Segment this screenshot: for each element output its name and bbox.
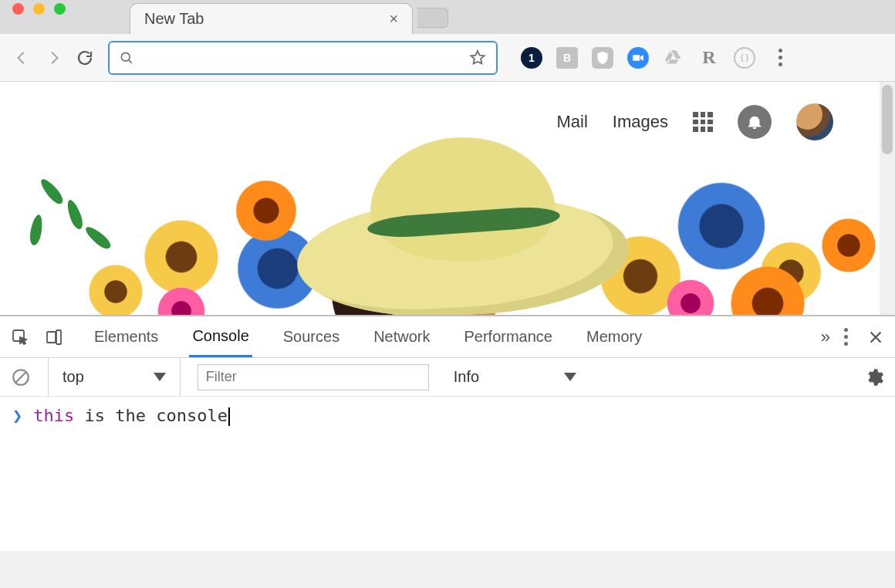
extension-shield-icon[interactable] xyxy=(592,47,613,69)
notifications-bell-icon[interactable] xyxy=(738,105,772,139)
device-toolbar-icon[interactable] xyxy=(45,328,63,346)
console-toolbar: top Info xyxy=(0,358,895,397)
reload-button[interactable] xyxy=(76,49,94,67)
inspect-element-icon[interactable] xyxy=(11,328,29,346)
apps-grid-icon[interactable] xyxy=(693,112,713,132)
extension-drive-icon[interactable] xyxy=(663,47,684,69)
tab-sources[interactable]: Sources xyxy=(280,316,343,357)
google-doodle[interactable] xyxy=(0,145,880,315)
chevron-down-icon xyxy=(154,373,166,381)
tab-elements[interactable]: Elements xyxy=(91,316,161,357)
address-bar[interactable] xyxy=(108,41,498,75)
google-bar: Mail Images xyxy=(557,103,834,140)
back-button[interactable] xyxy=(14,49,31,66)
tab-memory[interactable]: Memory xyxy=(583,316,645,357)
context-value: top xyxy=(62,368,84,386)
search-icon xyxy=(119,50,134,66)
console-filter-input[interactable] xyxy=(198,364,429,390)
new-tab-button[interactable] xyxy=(417,8,448,28)
console-settings-icon[interactable] xyxy=(864,367,884,387)
devtools-close-icon[interactable] xyxy=(867,329,884,346)
forward-button[interactable] xyxy=(45,49,62,66)
extension-camera-icon[interactable] xyxy=(627,47,649,69)
devtools-menu-icon[interactable] xyxy=(844,328,849,346)
account-avatar[interactable] xyxy=(796,103,833,140)
window-controls xyxy=(12,3,66,15)
mail-link[interactable]: Mail xyxy=(557,112,588,132)
log-level-value: Info xyxy=(454,368,479,386)
tab-performance[interactable]: Performance xyxy=(461,316,556,357)
close-window-button[interactable] xyxy=(12,3,24,15)
text-cursor xyxy=(228,407,230,426)
console-input-text: this is the console xyxy=(33,406,230,426)
tab-network[interactable]: Network xyxy=(370,316,433,357)
extension-r-icon[interactable]: R xyxy=(698,47,720,69)
tab-title: New Tab xyxy=(144,10,204,28)
devtools-panel: Elements Console Sources Network Perform… xyxy=(0,315,895,551)
svg-rect-3 xyxy=(56,330,61,344)
devtools-tabbar: Elements Console Sources Network Perform… xyxy=(0,316,895,358)
tab-console[interactable]: Console xyxy=(189,316,252,357)
browser-menu-button[interactable] xyxy=(778,49,783,66)
clear-console-icon[interactable] xyxy=(11,367,31,387)
maximize-window-button[interactable] xyxy=(54,3,66,15)
extension-icons: 1 B R { } xyxy=(521,47,755,69)
log-level-selector[interactable]: Info xyxy=(446,368,584,386)
page-scrollbar[interactable] xyxy=(880,82,895,315)
minimize-window-button[interactable] xyxy=(33,3,45,15)
page-viewport: Mail Images xyxy=(0,82,895,315)
console-input-area[interactable]: ❯ this is the console xyxy=(0,397,895,551)
console-prompt-icon: ❯ xyxy=(12,406,22,425)
page-content: Mail Images xyxy=(0,82,880,315)
omnibox-input[interactable] xyxy=(142,49,461,66)
close-tab-icon[interactable]: × xyxy=(389,10,398,28)
tab-strip: New Tab × xyxy=(0,0,895,34)
more-tabs-icon[interactable]: » xyxy=(821,327,826,347)
browser-tab[interactable]: New Tab × xyxy=(130,3,413,34)
images-link[interactable]: Images xyxy=(613,112,668,132)
svg-rect-2 xyxy=(47,332,56,343)
svg-point-0 xyxy=(121,52,130,61)
browser-toolbar: 1 B R { } xyxy=(0,34,895,82)
chevron-down-icon xyxy=(564,373,576,381)
scroll-thumb[interactable] xyxy=(882,85,893,154)
context-selector[interactable]: top xyxy=(48,358,181,396)
bookmark-star-icon[interactable] xyxy=(468,49,487,67)
extension-b-icon[interactable]: B xyxy=(556,47,578,69)
extension-braces-icon[interactable]: { } xyxy=(734,47,755,69)
extension-badge-icon[interactable]: 1 xyxy=(521,47,542,69)
